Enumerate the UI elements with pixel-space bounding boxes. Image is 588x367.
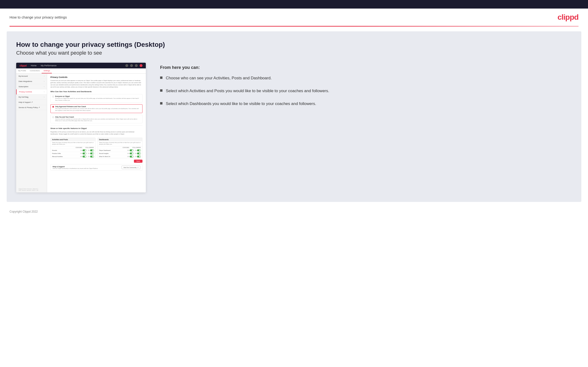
- mockup-nav-home[interactable]: Home: [31, 64, 36, 67]
- radio-content-everyone: Everyone on Clippd Everyone on Clippd ca…: [55, 95, 141, 101]
- radio-dot-followers: [52, 106, 54, 108]
- toggle-manual-coaches[interactable]: [83, 156, 86, 158]
- save-button[interactable]: Save: [134, 160, 142, 163]
- dashboards-table: Dashboards Select the types of activity …: [97, 138, 143, 158]
- col-followers: FOLLOWERS: [85, 147, 94, 148]
- sidebar-item-label: Subscription: [18, 85, 28, 88]
- show-hide-desc: Regardless of the privacy controls that …: [51, 131, 142, 135]
- help-desc: Visit our Clippd community to troublesho…: [52, 168, 98, 169]
- radio-only-you-coach[interactable]: Only You and Your Coach Only you and the…: [51, 115, 142, 123]
- toggle-manual-followers[interactable]: [90, 156, 94, 158]
- mockup-body: My Account › Data Integrations › Subscri…: [16, 74, 146, 192]
- mockup-nav: clippd Home My Performance: [16, 63, 146, 68]
- visit-community-label: Visit Our Community: [123, 167, 137, 168]
- radio-label-followers: Only Approved Followers and Your Coach: [55, 106, 141, 107]
- bullet-item-3: Select which Dashboards you would like t…: [160, 101, 572, 107]
- toggle-practice-coaches[interactable]: [83, 152, 86, 154]
- settings-icon[interactable]: [135, 64, 138, 67]
- toggle-what-followers[interactable]: [137, 156, 141, 158]
- radio-desc-you: Only you and the coaches you connect wit…: [55, 118, 141, 122]
- sidebar-item-service-privacy[interactable]: Service & Privacy Policy ↗: [16, 105, 47, 110]
- dashboards-table-desc: Select the types of activity that you'd …: [98, 141, 142, 146]
- tab-connections[interactable]: Connections: [28, 68, 42, 73]
- external-link-icon: ↗: [137, 167, 138, 168]
- chevron-icon: ›: [44, 85, 44, 88]
- toggle-group-practice-coaches: ON: [80, 152, 86, 154]
- save-row: Save: [51, 160, 142, 163]
- toggle-rounds-coaches[interactable]: [83, 150, 86, 151]
- toggle-group-player-coaches: ON: [127, 150, 133, 151]
- bullet-square-1: [160, 76, 163, 79]
- sidebar-item-my-golf-bag[interactable]: My Golf Bag ›: [16, 94, 47, 100]
- toggle-group-what-followers: ON: [135, 156, 141, 158]
- dashboards-table-header: Dashboards: [98, 138, 142, 141]
- toggle-group-manual-followers: ON: [88, 156, 94, 158]
- header-divider: [9, 26, 579, 27]
- logo: clippd: [558, 13, 579, 22]
- tab-my-profile[interactable]: My Profile: [16, 68, 28, 73]
- sidebar-item-help-support[interactable]: Help & Support ↗: [16, 100, 47, 105]
- toggle-round-coaches[interactable]: [130, 152, 133, 154]
- activities-table: Activities and Posts Select the types of…: [51, 138, 96, 158]
- sidebar-item-privacy-controls[interactable]: Privacy Controls ›: [16, 89, 47, 94]
- bullet-square-2: [160, 89, 163, 92]
- radio-content-you: Only You and Your Coach Only you and the…: [55, 116, 141, 122]
- search-icon[interactable]: [125, 64, 128, 67]
- sidebar-item-my-account[interactable]: My Account ›: [16, 74, 47, 79]
- page-subtitle: Choose what you want people to see: [16, 50, 572, 56]
- activities-table-header: Activities and Posts: [51, 138, 95, 141]
- bullet-text-3: Select which Dashboards you would like t…: [166, 101, 316, 107]
- chevron-icon: ›: [44, 91, 44, 93]
- toggle-round-followers[interactable]: [137, 152, 141, 154]
- chevron-icon: ›: [44, 80, 44, 83]
- sidebar-item-subscription[interactable]: Subscription ›: [16, 84, 47, 89]
- radio-followers-coach[interactable]: Only Approved Followers and Your Coach O…: [51, 104, 142, 113]
- mockup-sidebar: My Account › Data Integrations › Subscri…: [16, 74, 47, 192]
- mockup-description: Control how you and your data appears to…: [51, 80, 142, 88]
- bullet-item-2: Select which Activities and Posts you wo…: [160, 88, 572, 94]
- radio-group: Everyone on Clippd Everyone on Clippd ca…: [51, 94, 142, 123]
- mockup-nav-right: [125, 64, 142, 67]
- mockup-section-title: Privacy Controls: [51, 76, 142, 78]
- toggle-rounds-followers[interactable]: [90, 150, 94, 151]
- toggle-tables: Activities and Posts Select the types of…: [51, 138, 142, 158]
- sidebar-item-data-integrations[interactable]: Data Integrations ›: [16, 79, 47, 84]
- toggle-group-rounds-coaches: ON: [80, 150, 86, 151]
- row-label-manual: Manual Activities: [52, 156, 79, 157]
- col-followers-dash: FOLLOWERS: [132, 147, 141, 148]
- show-hide-title: Show or hide specific features in Clippd: [51, 127, 142, 129]
- radio-desc-everyone: Everyone on Clippd can search for you an…: [55, 98, 141, 101]
- help-content: Help & Support Visit our Clippd communit…: [52, 166, 98, 169]
- chevron-icon: ›: [44, 75, 44, 77]
- radio-everyone[interactable]: Everyone on Clippd Everyone on Clippd ca…: [51, 94, 142, 103]
- mockup-tabs: My Profile Connections Settings: [16, 68, 146, 74]
- sidebar-item-label: My Golf Bag: [18, 96, 28, 98]
- toggle-what-coaches[interactable]: [130, 156, 133, 158]
- bullet-item-1: Choose who can see your Activities, Post…: [160, 75, 572, 81]
- toggle-practice-followers[interactable]: [90, 152, 94, 154]
- toggle-row-round-insights: Round Insights ON ON: [98, 152, 142, 155]
- bullet-text-1: Choose who can see your Activities, Post…: [166, 75, 272, 81]
- help-title: Help & Support: [52, 166, 98, 167]
- toggle-player-coaches[interactable]: [130, 150, 133, 151]
- toggle-row-practice: Practice Drills ON ON: [51, 152, 95, 155]
- toggle-row-rounds: Rounds ON ON: [51, 149, 95, 152]
- tab-settings[interactable]: Settings: [42, 68, 52, 73]
- toggle-group-manual-coaches: ON: [80, 156, 86, 158]
- sidebar-item-label: My Account: [18, 75, 28, 77]
- copyright: Copyright Clippd 2022: [9, 210, 38, 213]
- right-panel: From here you can: Choose who can see yo…: [155, 63, 572, 114]
- radio-label-everyone: Everyone on Clippd: [55, 95, 141, 97]
- divider: [51, 125, 142, 125]
- grid-icon[interactable]: [130, 64, 133, 67]
- visit-community-button[interactable]: Visit Our Community ↗: [121, 166, 140, 169]
- radio-dot-everyone: [52, 96, 54, 97]
- radio-content-followers: Only Approved Followers and Your Coach O…: [55, 106, 141, 111]
- mockup-nav-performance[interactable]: My Performance: [41, 64, 56, 67]
- toggle-group-practice-followers: ON: [88, 152, 94, 154]
- activities-table-cols: COACHES FOLLOWERS: [51, 146, 95, 149]
- toggle-player-followers[interactable]: [137, 150, 141, 151]
- bullet-text-2: Select which Activities and Posts you wo…: [166, 88, 329, 94]
- app-mockup: clippd Home My Performance My Profile Co…: [16, 63, 146, 192]
- avatar[interactable]: [140, 64, 142, 67]
